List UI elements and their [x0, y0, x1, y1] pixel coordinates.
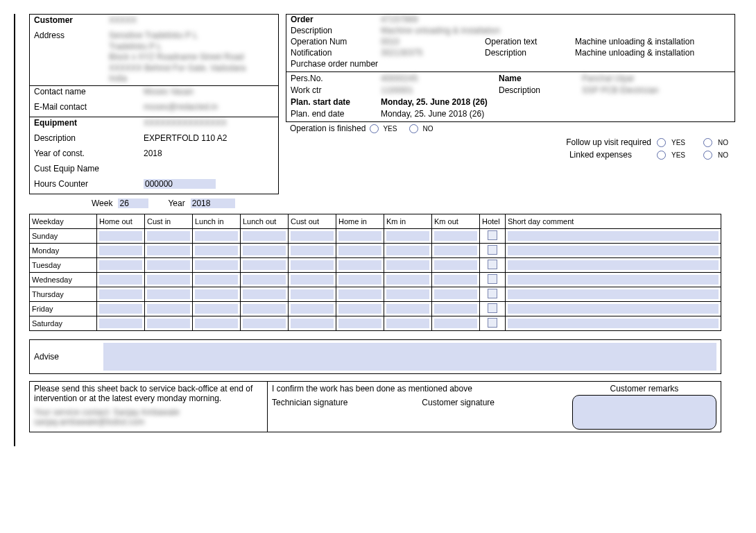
- time-input[interactable]: [386, 246, 429, 255]
- hours-input[interactable]: 000000: [144, 179, 216, 189]
- time-input[interactable]: [99, 231, 142, 241]
- comment-input[interactable]: [508, 319, 719, 328]
- time-input[interactable]: [291, 275, 334, 285]
- time-input[interactable]: [99, 275, 142, 285]
- time-input[interactable]: [243, 304, 286, 314]
- advise-box: Advise: [29, 339, 721, 374]
- time-input[interactable]: [243, 289, 286, 299]
- time-input[interactable]: [147, 246, 190, 255]
- time-input[interactable]: [434, 275, 477, 285]
- time-input[interactable]: [291, 246, 334, 255]
- time-input[interactable]: [386, 260, 429, 270]
- comment-input[interactable]: [508, 231, 719, 241]
- hotel-checkbox[interactable]: [488, 289, 497, 298]
- time-input[interactable]: [338, 319, 381, 328]
- customer-box: Customer XXXXX Address Sensitive Tradeli…: [29, 14, 279, 117]
- equip-desc-label: Description: [34, 133, 144, 143]
- time-input[interactable]: [147, 275, 190, 285]
- op-finished-yes-radio[interactable]: [370, 124, 379, 133]
- confirm-text: I confirm the work has been done as ment…: [272, 384, 567, 394]
- time-input[interactable]: [291, 289, 334, 299]
- followup-yes-radio[interactable]: [657, 138, 666, 147]
- time-input[interactable]: [195, 304, 238, 314]
- time-input[interactable]: [147, 319, 190, 328]
- footer-contact2: sanjay.ambawale@bobst.com: [34, 417, 263, 427]
- time-input[interactable]: [338, 231, 381, 241]
- week-input[interactable]: 26: [118, 198, 148, 208]
- time-input[interactable]: [243, 231, 286, 241]
- time-input[interactable]: [386, 289, 429, 299]
- comment-input[interactable]: [508, 246, 719, 255]
- time-input[interactable]: [99, 304, 142, 314]
- linked-no-radio[interactable]: [703, 151, 712, 160]
- week-year-row: Week 26 Year 2018: [92, 198, 279, 208]
- time-input[interactable]: [434, 246, 477, 255]
- time-input[interactable]: [195, 275, 238, 285]
- th-lunchin: Lunch in: [193, 214, 241, 228]
- time-input[interactable]: [338, 289, 381, 299]
- time-input[interactable]: [291, 260, 334, 270]
- time-input[interactable]: [338, 304, 381, 314]
- time-input[interactable]: [195, 319, 238, 328]
- hotel-checkbox[interactable]: [488, 260, 497, 269]
- footer-instruction: Please send this sheet back to service b…: [34, 384, 263, 403]
- cust-remarks-label: Customer remarks: [572, 384, 716, 394]
- comment-input[interactable]: [508, 275, 719, 285]
- time-input[interactable]: [338, 275, 381, 285]
- time-input[interactable]: [99, 260, 142, 270]
- comment-input[interactable]: [508, 304, 719, 314]
- time-input[interactable]: [99, 246, 142, 255]
- th-hotel: Hotel: [480, 214, 506, 228]
- weekday-cell: Monday: [30, 243, 97, 257]
- time-input[interactable]: [243, 319, 286, 328]
- th-homeout: Home out: [97, 214, 145, 228]
- time-input[interactable]: [195, 289, 238, 299]
- time-input[interactable]: [386, 275, 429, 285]
- followup-no-radio[interactable]: [703, 138, 712, 147]
- time-input[interactable]: [195, 231, 238, 241]
- time-input[interactable]: [243, 275, 286, 285]
- hotel-checkbox[interactable]: [488, 318, 497, 328]
- time-input[interactable]: [291, 319, 334, 328]
- cust-remarks-input[interactable]: [572, 395, 716, 430]
- time-input[interactable]: [434, 231, 477, 241]
- hotel-checkbox[interactable]: [488, 274, 497, 284]
- time-input[interactable]: [434, 260, 477, 270]
- time-input[interactable]: [99, 289, 142, 299]
- hotel-checkbox[interactable]: [488, 230, 497, 240]
- time-input[interactable]: [434, 289, 477, 299]
- op-finished-no-radio[interactable]: [409, 124, 418, 133]
- op-finished-label: Operation is finished: [290, 124, 366, 133]
- time-input[interactable]: [291, 231, 334, 241]
- time-input[interactable]: [386, 304, 429, 314]
- order-desc-value: Machine unloading & installation: [381, 26, 730, 35]
- time-input[interactable]: [195, 260, 238, 270]
- hotel-checkbox[interactable]: [488, 245, 497, 255]
- time-input[interactable]: [147, 289, 190, 299]
- time-input[interactable]: [434, 304, 477, 314]
- time-input[interactable]: [386, 231, 429, 241]
- hotel-checkbox[interactable]: [488, 303, 497, 313]
- table-row: Friday: [30, 301, 721, 316]
- time-input[interactable]: [99, 319, 142, 328]
- time-input[interactable]: [195, 246, 238, 255]
- time-input[interactable]: [338, 260, 381, 270]
- time-input[interactable]: [147, 260, 190, 270]
- time-input[interactable]: [291, 304, 334, 314]
- time-input[interactable]: [147, 304, 190, 314]
- year-input[interactable]: 2018: [191, 198, 235, 208]
- linked-yes-radio[interactable]: [657, 151, 666, 160]
- optext-value: Machine unloading & installation: [575, 37, 730, 46]
- order-desc-label: Description: [291, 26, 381, 35]
- time-input[interactable]: [243, 260, 286, 270]
- time-input[interactable]: [147, 231, 190, 241]
- time-input[interactable]: [386, 319, 429, 328]
- planend-label: Plan. end date: [291, 109, 381, 119]
- time-input[interactable]: [434, 319, 477, 328]
- comment-input[interactable]: [508, 289, 719, 299]
- time-input[interactable]: [243, 246, 286, 255]
- time-input[interactable]: [338, 246, 381, 255]
- advise-input[interactable]: [103, 343, 716, 371]
- comment-input[interactable]: [508, 260, 719, 270]
- no-label: NO: [422, 125, 433, 133]
